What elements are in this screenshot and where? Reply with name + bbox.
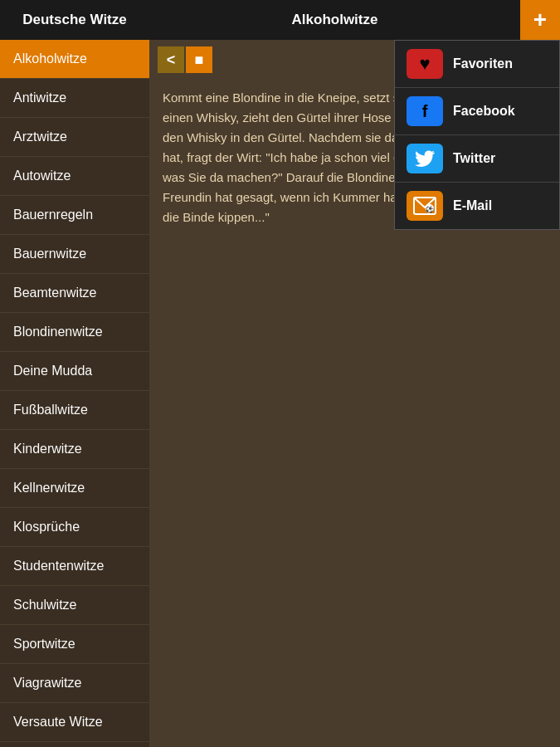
- sidebar-item-bauernwitze[interactable]: Bauernwitze: [0, 235, 149, 274]
- sidebar-item-sportwitze[interactable]: Sportwitze: [0, 625, 149, 664]
- sidebar-item-versaute-witze[interactable]: Versaute Witze: [0, 703, 149, 742]
- app-title: Deutsche Witze: [0, 12, 149, 28]
- prev-button[interactable]: <: [158, 46, 184, 73]
- main-layout: AlkoholwitzeAntiwitzeArztwitzeAutowitzeB…: [0, 40, 560, 747]
- sidebar-item-deine-mudda[interactable]: Deine Mudda: [0, 352, 149, 391]
- sidebar-item-studentenwitze[interactable]: Studentenwitze: [0, 547, 149, 586]
- sidebar-item-viagrawitze[interactable]: Viagrawitze: [0, 664, 149, 703]
- fb-icon: f: [407, 96, 443, 126]
- share-overlay: ♥ Favoriten f Facebook Twitter: [394, 40, 560, 230]
- share-twitter-button[interactable]: Twitter: [395, 135, 559, 183]
- sidebar-item-arztwitze[interactable]: Arztwitze: [0, 118, 149, 157]
- sidebar-item-antiwitze[interactable]: Antiwitze: [0, 79, 149, 118]
- sidebar-item-fußballwitze[interactable]: Fußballwitze: [0, 391, 149, 430]
- app-header: Deutsche Witze Alkoholwitze +: [0, 0, 560, 40]
- next-button[interactable]: ■: [186, 46, 212, 73]
- sidebar-item-autowitze[interactable]: Autowitze: [0, 157, 149, 196]
- sidebar-item-zufall[interactable]: Zufall: [0, 742, 149, 747]
- add-icon: +: [533, 8, 547, 32]
- sidebar-item-klosprüche[interactable]: Klosprüche: [0, 508, 149, 547]
- fav-icon: ♥: [407, 49, 443, 79]
- sidebar-item-schulwitze[interactable]: Schulwitze: [0, 586, 149, 625]
- twitter-label: Twitter: [453, 151, 495, 166]
- sidebar-item-alkoholwitze[interactable]: Alkoholwitze: [0, 40, 149, 79]
- email-icon: ⚽: [407, 191, 443, 221]
- section-title: Alkoholwitze: [149, 12, 520, 28]
- fb-label: Facebook: [453, 104, 515, 119]
- share-email-button[interactable]: ⚽ E-Mail: [395, 183, 559, 229]
- sidebar-item-blondinenwitze[interactable]: Blondinenwitze: [0, 313, 149, 352]
- sidebar: AlkoholwitzeAntiwitzeArztwitzeAutowitzeB…: [0, 40, 149, 747]
- sidebar-item-kinderwitze[interactable]: Kinderwitze: [0, 430, 149, 469]
- twitter-icon: [407, 144, 443, 173]
- sidebar-item-kellnerwitze[interactable]: Kellnerwitze: [0, 469, 149, 508]
- sidebar-item-beamtenwitze[interactable]: Beamtenwitze: [0, 274, 149, 313]
- share-fav-button[interactable]: ♥ Favoriten: [395, 41, 559, 88]
- svg-text:⚽: ⚽: [426, 205, 434, 213]
- email-label: E-Mail: [453, 198, 492, 213]
- sidebar-item-bauernregeln[interactable]: Bauernregeln: [0, 196, 149, 235]
- add-button[interactable]: +: [520, 0, 560, 40]
- share-fb-button[interactable]: f Facebook: [395, 88, 559, 135]
- content-area: < ■ Kommt eine Blondine in die Kneipe, s…: [149, 40, 560, 747]
- fav-label: Favoriten: [453, 56, 513, 71]
